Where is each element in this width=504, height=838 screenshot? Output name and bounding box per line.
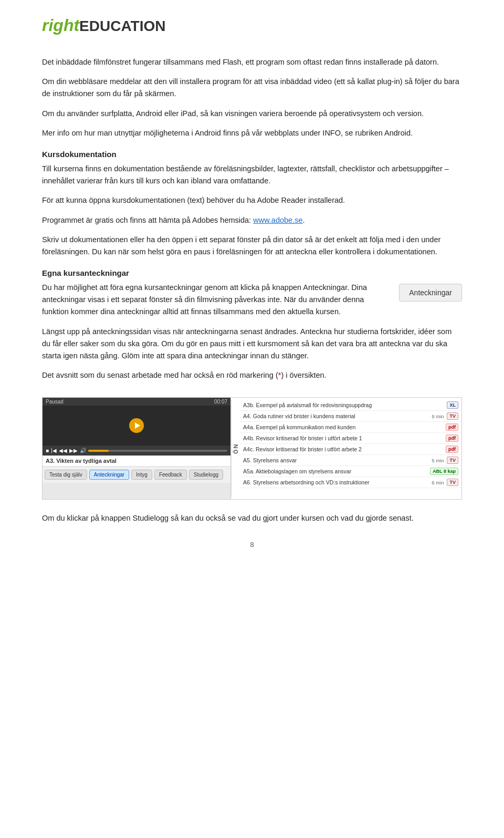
- course-list-item[interactable]: A5a. Aktiebolagslagen om styrelsens ansv…: [240, 466, 461, 477]
- course-item-badge: TV: [447, 457, 458, 464]
- paragraph-11: Om du klickar på knappen Studielogg så k…: [42, 512, 462, 524]
- video-time: 00:07: [214, 399, 227, 405]
- paused-label: Pausad: [46, 399, 64, 405]
- paragraph-10-end: ) i översikten.: [281, 371, 326, 379]
- paragraph-5: Till kurserna finns en dokumentation bes…: [42, 163, 462, 187]
- volume-button[interactable]: 🔊: [80, 448, 86, 453]
- paragraph-8: Skriv ut dokumentationen eller ha den öp…: [42, 234, 462, 258]
- course-item-text: A4c. Revisor kritiserad för brister i ut…: [243, 446, 443, 452]
- video-controls: ■ |◀ ◀◀ ▶▶ 🔊: [43, 446, 230, 456]
- paragraph-4: Mer info om hur man utnyttjar möjlighete…: [42, 127, 462, 139]
- forward-button[interactable]: ▶▶: [69, 448, 78, 453]
- course-list-item[interactable]: A5. Styrelsens ansvar5 minTV: [240, 455, 461, 466]
- course-item-text: A6. Styrelsens arbetsordning och VD:s in…: [243, 479, 428, 485]
- anteckningar-button[interactable]: Anteckningar: [399, 284, 462, 302]
- course-section-label: A3. Vikten av tydliga avtal: [43, 456, 230, 467]
- progress-bar[interactable]: [88, 450, 227, 452]
- course-item-badge: XL: [447, 401, 458, 409]
- course-list-item[interactable]: A4a. Exempel på kommunikation med kunden…: [240, 422, 461, 433]
- course-item-text: A5a. Aktiebolagslagen om styrelsens ansv…: [243, 468, 427, 474]
- paragraph-7-start: Programmet är gratis och finns att hämta…: [42, 216, 253, 224]
- header: rightEDUCATION: [42, 16, 462, 35]
- anteckningar-text: Du har möjlighet att föra egna kursantec…: [42, 282, 383, 318]
- logo: rightEDUCATION: [42, 16, 462, 35]
- course-item-text: A5. Styrelsens ansvar: [243, 457, 428, 463]
- studielogg-button[interactable]: Studielogg: [189, 470, 223, 480]
- anteckningar-section: Du har möjlighet att föra egna kursantec…: [42, 282, 462, 318]
- logo-education-text: EDUCATION: [79, 18, 165, 35]
- course-item-badge: ABL 8 kap: [430, 468, 458, 475]
- course-list-item[interactable]: A3b. Exempel på avtalsmall för redovisni…: [240, 400, 461, 411]
- intyg-button[interactable]: Intyg: [131, 470, 152, 480]
- progress-fill: [88, 450, 109, 452]
- course-item-text: A4b. Revisor kritiserad för brister i ut…: [243, 435, 443, 441]
- paragraph-1: Det inbäddade filmfönstret fungerar till…: [42, 56, 462, 68]
- video-player: Pausad 00:07 ■ |◀ ◀◀ ▶▶ 🔊: [43, 398, 230, 456]
- paragraph-10-start: Det avsnitt som du senast arbetade med h…: [42, 371, 278, 379]
- course-item-badge: pdf: [446, 423, 458, 431]
- paragraph-6: För att kunna öppna kursdokumentationen …: [42, 194, 462, 206]
- screenshot-right: ÖN A3b. Exempel på avtalsmall för redovi…: [231, 398, 461, 499]
- paragraph-7-end: .: [303, 216, 305, 224]
- adobe-link[interactable]: www.adobe.se: [253, 216, 302, 224]
- course-item-text: A3b. Exempel på avtalsmall för redovisni…: [243, 402, 444, 408]
- course-item-text: A4. Goda rutiner vid brister i kundens m…: [243, 413, 428, 419]
- prev-button[interactable]: |◀: [51, 448, 57, 453]
- play-button[interactable]: [129, 418, 144, 433]
- egna-kursanteckningar-heading: Egna kursanteckningar: [42, 268, 462, 277]
- course-list-item[interactable]: A4c. Revisor kritiserad för brister i ut…: [240, 444, 461, 455]
- course-item-duration: 5 min: [432, 458, 444, 463]
- page: rightEDUCATION Det inbäddade filmfönstre…: [0, 0, 504, 838]
- paragraph-10: Det avsnitt som du senast arbetade med h…: [42, 369, 462, 381]
- video-top-bar: Pausad 00:07: [43, 398, 230, 406]
- nav-buttons: Testa dig själv Anteckningar Intyg Feedb…: [43, 467, 230, 483]
- course-list-item[interactable]: A4. Goda rutiner vid brister i kundens m…: [240, 411, 461, 422]
- course-item-badge: pdf: [446, 434, 458, 442]
- course-item-duration: 6 min: [432, 480, 444, 485]
- course-item-duration: 9 min: [432, 413, 444, 419]
- logo-right-text: right: [42, 16, 79, 35]
- paragraph-9: Längst upp på anteckningssidan visas när…: [42, 326, 462, 363]
- screenshot-left: Pausad 00:07 ■ |◀ ◀◀ ▶▶ 🔊 A3: [43, 398, 231, 499]
- paragraph-7: Programmet är gratis och finns att hämta…: [42, 214, 462, 226]
- back-button[interactable]: ◀◀: [59, 448, 67, 453]
- course-item-badge: TV: [447, 412, 458, 420]
- vertical-label: ÖN: [231, 400, 240, 497]
- feedback-button[interactable]: Feedback: [154, 470, 187, 480]
- kursdokumentation-heading: Kursdokumentation: [42, 150, 462, 159]
- stop-button[interactable]: ■: [46, 448, 49, 453]
- video-middle: [43, 406, 230, 446]
- course-list: A3b. Exempel på avtalsmall för redovisni…: [240, 400, 461, 497]
- paragraph-3: Om du använder surfplatta, Android eller…: [42, 108, 462, 120]
- testa-dig-sjalv-button[interactable]: Testa dig själv: [45, 470, 87, 480]
- course-item-badge: pdf: [446, 446, 458, 453]
- anteckningar-nav-button[interactable]: Anteckningar: [89, 470, 129, 480]
- paragraph-2: Om din webbläsare meddelar att den vill …: [42, 76, 462, 100]
- course-item-badge: TV: [447, 479, 458, 486]
- course-list-item[interactable]: A4b. Revisor kritiserad för brister i ut…: [240, 433, 461, 444]
- course-list-item[interactable]: A6. Styrelsens arbetsordning och VD:s in…: [240, 477, 461, 488]
- screenshot-area: Pausad 00:07 ■ |◀ ◀◀ ▶▶ 🔊 A3: [42, 397, 462, 500]
- course-item-text: A4a. Exempel på kommunikation med kunden: [243, 424, 443, 430]
- anteckningar-button-wrap: Anteckningar: [399, 282, 462, 302]
- page-number: 8: [42, 541, 462, 549]
